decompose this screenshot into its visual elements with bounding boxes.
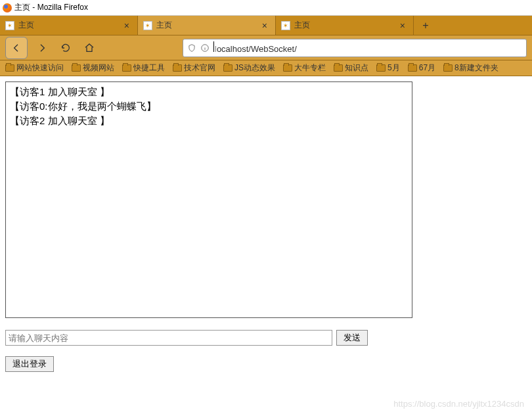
bookmark-item[interactable]: 5月: [376, 62, 400, 74]
reload-button[interactable]: [56, 39, 75, 57]
firefox-icon: [3, 3, 12, 12]
watermark: https://blog.csdn.net/yjltx1234csdn: [393, 399, 524, 409]
window-title: 主页 - Mozilla Firefox: [14, 2, 88, 13]
arrow-right-icon: [37, 43, 47, 53]
folder-icon: [223, 64, 233, 72]
url-bar[interactable]: localhost/WebSocket/: [183, 39, 527, 57]
forward-button[interactable]: [33, 39, 51, 57]
bookmark-item[interactable]: 知识点: [334, 62, 368, 74]
close-icon[interactable]: ×: [397, 20, 408, 31]
chat-message: 【访客0:你好，我是两个蝴蝶飞】: [10, 99, 408, 114]
chat-input-row: 发送: [5, 330, 527, 346]
logout-button[interactable]: 退出登录: [5, 356, 54, 372]
favicon-icon: ✶: [281, 21, 290, 30]
send-button[interactable]: 发送: [336, 330, 368, 346]
bookmark-item[interactable]: 技术官网: [173, 62, 215, 74]
favicon-icon: ✶: [5, 21, 14, 30]
folder-icon: [443, 64, 453, 72]
bookmark-item[interactable]: 网站快速访问: [5, 62, 64, 74]
page-content: 【访客1 加入聊天室 】 【访客0:你好，我是两个蝴蝶飞】 【访客2 加入聊天室…: [0, 76, 532, 377]
folder-icon: [334, 64, 343, 72]
tab-bar: ✶ 主页 × ✶ 主页 × ✶ 主页 × +: [0, 16, 532, 35]
favicon-icon: ✶: [143, 21, 152, 30]
bookmark-item[interactable]: 视频网站: [72, 62, 114, 74]
bookmark-item[interactable]: 67月: [408, 62, 435, 74]
url-text: localhost/WebSocket/: [213, 41, 297, 54]
tab-label: 主页: [156, 20, 255, 31]
bookmark-item[interactable]: 大牛专栏: [283, 62, 326, 74]
new-tab-button[interactable]: +: [414, 16, 437, 35]
folder-icon: [5, 64, 14, 72]
folder-icon: [173, 64, 182, 72]
nav-toolbar: localhost/WebSocket/: [0, 35, 532, 60]
browser-tab-0[interactable]: ✶ 主页 ×: [0, 16, 138, 35]
home-icon: [84, 43, 95, 53]
folder-icon: [408, 64, 417, 72]
chat-message: 【访客1 加入聊天室 】: [10, 85, 408, 99]
folder-icon: [122, 64, 131, 72]
reload-icon: [60, 43, 71, 53]
close-icon[interactable]: ×: [122, 20, 132, 31]
chat-log[interactable]: 【访客1 加入聊天室 】 【访客0:你好，我是两个蝴蝶飞】 【访客2 加入聊天室…: [5, 81, 412, 318]
bookmark-item[interactable]: 8新建文件夹: [443, 62, 499, 74]
back-button[interactable]: [5, 37, 28, 59]
chat-input[interactable]: [5, 330, 332, 346]
chat-message: 【访客2 加入聊天室 】: [10, 114, 408, 128]
arrow-left-icon: [11, 43, 22, 53]
folder-icon: [376, 64, 386, 72]
bookmark-item[interactable]: JS动态效果: [223, 62, 275, 74]
bookmark-item[interactable]: 快捷工具: [122, 62, 165, 74]
shield-icon[interactable]: [187, 43, 196, 53]
window-titlebar: 主页 - Mozilla Firefox: [0, 0, 532, 16]
home-button[interactable]: [80, 39, 99, 57]
folder-icon: [283, 64, 292, 72]
bookmarks-bar: 网站快速访问 视频网站 快捷工具 技术官网 JS动态效果 大牛专栏 知识点 5月…: [0, 60, 532, 76]
close-icon[interactable]: ×: [259, 20, 270, 31]
browser-tab-2[interactable]: ✶ 主页 ×: [276, 16, 414, 35]
info-icon[interactable]: [200, 43, 210, 53]
tab-label: 主页: [18, 20, 118, 31]
browser-tab-1[interactable]: ✶ 主页 ×: [138, 16, 276, 35]
folder-icon: [72, 64, 81, 72]
tab-label: 主页: [294, 20, 393, 31]
